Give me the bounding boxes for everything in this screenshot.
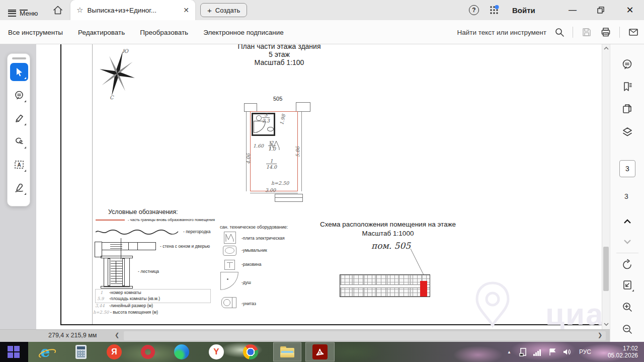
plan-balcony-line (275, 197, 303, 198)
apps-grid-button[interactable] (489, 0, 499, 20)
page-number-input[interactable] (619, 160, 635, 177)
file-explorer-button[interactable] (280, 344, 295, 359)
star-icon[interactable]: ☆ (76, 6, 83, 15)
fit-page-button[interactable] (620, 278, 634, 292)
panel-drag-handle[interactable] (12, 57, 26, 59)
draw-tool-button[interactable] (10, 132, 28, 151)
highlighted-unit-505 (420, 281, 427, 297)
layers-icon (621, 126, 633, 138)
acrobat-button[interactable] (312, 344, 328, 359)
convert-menu[interactable]: Преобразовать (140, 29, 188, 36)
hamburger-icon (8, 10, 16, 11)
search-label[interactable]: Найти текст или инструмент (457, 29, 546, 36)
previous-page-button[interactable] (620, 214, 634, 229)
plan-title-line2: 5 этаж (204, 50, 355, 58)
drawing-frame-left (60, 44, 61, 325)
document-tab[interactable]: ☆ Выписка+из+Единог... ✕ (70, 0, 195, 20)
note-label: -номер комнаты (109, 290, 141, 295)
stairs-rail (122, 258, 125, 286)
text-select-icon: A (14, 159, 25, 170)
close-button[interactable]: ✕ (620, 0, 640, 20)
next-page-button[interactable] (620, 235, 634, 249)
search-icon[interactable] (554, 27, 565, 37)
drawing-frame-inner (92, 44, 93, 325)
restore-button[interactable] (591, 0, 611, 20)
hscroll-left-icon[interactable]: ❮ (115, 332, 119, 338)
home-button[interactable] (52, 0, 63, 20)
rotate-page-button[interactable] (620, 258, 634, 272)
sanitary-title: сан. техническое оборудование: (220, 225, 288, 230)
calculator-button[interactable] (73, 344, 89, 359)
dropdown-corner (632, 289, 634, 292)
pages-panel-button[interactable] (620, 102, 634, 116)
opera-button[interactable] (140, 344, 155, 359)
document-area: циан План части этажа здания 5 этаж Масш… (0, 44, 610, 342)
dim-line (250, 193, 298, 193)
print-icon[interactable] (600, 27, 611, 38)
signin-button[interactable]: Войти (512, 0, 535, 20)
edge-button[interactable] (174, 344, 189, 359)
layers-panel-button[interactable] (620, 125, 634, 139)
toolbar-right: Найти текст или инструмент (457, 20, 639, 44)
page-total-label: 3 (624, 192, 628, 200)
cian-pin-watermark-icon (473, 280, 512, 328)
help-button[interactable]: ? (469, 0, 479, 20)
rotate-icon (621, 259, 633, 271)
shower-drain (227, 278, 228, 280)
zoom-out-button[interactable] (620, 322, 634, 336)
compass-south-label: Ю (122, 48, 128, 54)
bookmarks-panel-button[interactable] (620, 80, 634, 94)
calculator-icon (75, 345, 87, 359)
minimize-button[interactable]: — (562, 0, 583, 20)
vertical-scrollbar[interactable] (602, 44, 610, 329)
menu-button[interactable]: Меню (8, 0, 28, 20)
edit-menu[interactable]: Редактировать (78, 29, 125, 36)
select-tool-button[interactable] (10, 63, 28, 81)
legend-boundary-label: - часть границы вновь образованного поме… (128, 218, 215, 222)
clock[interactable]: 17:02 05.02.2026 (599, 342, 641, 362)
zoom-in-button[interactable] (620, 300, 634, 314)
esign-menu[interactable]: Электронное подписание (203, 29, 284, 36)
plan-balcony-block (275, 194, 303, 202)
action-center-button[interactable] (546, 342, 558, 362)
acrobat-window: Меню ☆ Выписка+из+Единог... ✕ + Создать … (0, 0, 644, 362)
chrome-button[interactable] (243, 344, 258, 359)
dim-hall-width: 1.60 (253, 143, 264, 149)
dim-left-wall: 4.06 (246, 154, 251, 164)
windows-taskbar: e Я Y (0, 342, 644, 362)
sink-line (227, 262, 233, 263)
network-button[interactable] (531, 342, 543, 362)
acrobat-icon (312, 344, 328, 359)
dim-right-wall: 5.86 (295, 147, 300, 157)
time-label: 17:02 (623, 345, 638, 352)
internet-explorer-button[interactable]: e (38, 344, 53, 359)
compass-north-label: С (110, 95, 114, 100)
horizontal-scrollbar[interactable] (124, 331, 606, 340)
tray-expand-button[interactable]: ▲ (504, 342, 514, 362)
scroll-down-icon[interactable] (604, 322, 609, 326)
plan-title-line3: Масштаб 1:100 (204, 58, 355, 66)
hscroll-right-icon[interactable]: ❯ (598, 332, 602, 338)
language-label: РУС (579, 348, 591, 355)
sanitary-label: -плита электрическая (242, 236, 285, 241)
language-indicator[interactable]: РУС (576, 342, 595, 362)
scroll-up-icon[interactable] (604, 46, 609, 50)
mail-icon[interactable] (628, 27, 639, 38)
highlight-tool-button[interactable] (10, 109, 28, 127)
legend-stairs-symbol (104, 258, 130, 287)
help-icon: ? (469, 5, 479, 15)
tray-device-button[interactable] (517, 342, 529, 362)
floor-strip-schema (340, 274, 430, 297)
start-button[interactable] (6, 344, 21, 359)
all-tools-menu[interactable]: Все инструменты (8, 29, 63, 36)
comment-tool-button[interactable] (10, 86, 28, 104)
create-button[interactable]: + Создать (200, 3, 247, 17)
comments-panel-button[interactable] (620, 57, 634, 71)
yandex-start-button[interactable]: Y (209, 344, 224, 359)
fill-sign-tool-button[interactable] (10, 179, 28, 197)
scrollbar-thumb[interactable] (603, 247, 609, 291)
volume-button[interactable] (560, 342, 574, 362)
yandex-browser-button[interactable]: Я (107, 344, 122, 359)
tab-close-icon[interactable]: ✕ (183, 6, 189, 14)
select-text-tool-button[interactable]: A (10, 156, 28, 174)
